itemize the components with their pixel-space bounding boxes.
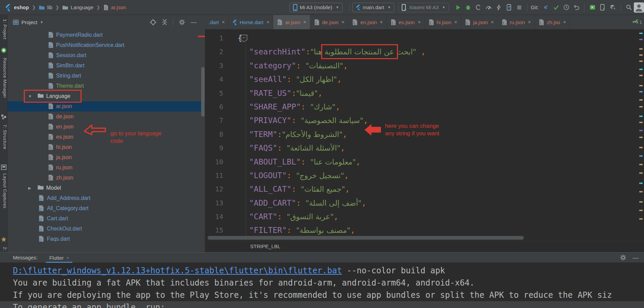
device-selector[interactable]: Mi A3 (mobile) ▼ xyxy=(290,3,343,12)
close-icon[interactable]: × xyxy=(491,19,494,25)
editor-tab-Home-dart[interactable]: Home.dart× xyxy=(229,15,273,29)
editor-tab-en-json[interactable]: {..}en.json× xyxy=(348,15,387,29)
inspection-mark[interactable] xyxy=(639,130,643,131)
debug-button[interactable] xyxy=(463,3,473,12)
tree-item-String-dart[interactable]: String.dart xyxy=(7,71,205,81)
inspection-mark[interactable] xyxy=(639,116,643,117)
code-line-5[interactable]: 5"RATE_US":"قيمنا", xyxy=(205,86,644,100)
tree-item-PaymentRadio-dart[interactable]: PaymentRadio.dart xyxy=(7,30,205,40)
settings-gear-icon[interactable] xyxy=(620,254,626,261)
run-config-selector[interactable]: main.dart ▼ xyxy=(352,3,394,12)
rollback-button[interactable] xyxy=(571,3,581,12)
inspection-mark[interactable] xyxy=(639,201,643,203)
inspection-mark[interactable] xyxy=(639,39,643,40)
inspection-mark[interactable] xyxy=(639,137,643,138)
close-icon[interactable]: × xyxy=(222,19,225,25)
code-line-4[interactable]: 4"seeAll": "اظهار الكل", xyxy=(205,72,644,86)
android-studio-icon[interactable] xyxy=(1,48,6,53)
git-commit-button[interactable] xyxy=(551,3,561,12)
tab-flutter[interactable]: Flutter × xyxy=(46,253,72,263)
close-icon[interactable]: × xyxy=(303,19,306,25)
chevron-collapsed-icon[interactable]: ▶ xyxy=(28,186,31,190)
inspection-mark[interactable] xyxy=(639,99,643,101)
inspection-mark[interactable] xyxy=(639,191,643,192)
tree-item-ar-json[interactable]: {..}ar.json xyxy=(7,101,205,112)
inspection-mark[interactable] xyxy=(639,218,643,220)
close-icon[interactable]: × xyxy=(67,255,69,260)
code-line-14[interactable]: 14"CART": "عربة التسوق", xyxy=(205,210,644,223)
build-variants-icon[interactable] xyxy=(1,114,6,120)
history-button[interactable] xyxy=(561,3,571,12)
tool-tab-structure[interactable]: 7: Structure xyxy=(0,124,7,149)
editor-tab-ar-json[interactable]: {..}ar.json× xyxy=(273,15,310,29)
layout-captures-icon[interactable] xyxy=(1,165,6,170)
tree-item-Session-dart[interactable]: Session.dart xyxy=(7,50,205,61)
settings-gear-icon[interactable] xyxy=(179,19,185,25)
profile-avatar[interactable] xyxy=(634,3,644,12)
tree-item-Cart-dart[interactable]: Cart.dart xyxy=(7,213,205,224)
hide-panel-button[interactable]: — xyxy=(632,254,639,261)
run-button[interactable] xyxy=(453,3,463,12)
inspection-mark[interactable] xyxy=(639,75,643,76)
inspection-mark[interactable] xyxy=(639,155,643,157)
editor-tab--dart[interactable]: .dart× xyxy=(205,15,229,29)
tree-item-de-json[interactable]: {..}de.json xyxy=(7,112,205,122)
close-icon[interactable]: × xyxy=(380,19,383,25)
editor-tab-ru-json[interactable]: {..}ru.json× xyxy=(498,15,535,29)
avd-selector[interactable]: Xiaomi Mi A3 ▼ xyxy=(398,3,449,12)
search-everywhere-button[interactable] xyxy=(624,3,634,12)
horizontal-scrollbar[interactable] xyxy=(208,236,524,240)
code-line-15[interactable]: 15"FILTER": "مصنف بواسطة", xyxy=(205,223,644,237)
inspection-mark[interactable] xyxy=(639,183,643,184)
tree-item-Faqs-dart[interactable]: Faqs.dart xyxy=(7,234,205,244)
collapse-all-button[interactable] xyxy=(162,19,168,25)
devtools-button[interactable] xyxy=(484,3,494,12)
tree-item-hi-json[interactable]: {..}hi.json xyxy=(7,142,205,152)
tree-item-PushNotificationService-dart[interactable]: PushNotificationService.dart xyxy=(7,40,205,50)
code-line-9[interactable]: 9"FAQS": "الأسئلة الشائعة", xyxy=(205,141,644,155)
close-icon[interactable]: × xyxy=(528,19,531,25)
console-file-link[interactable]: D:\flutter_windows_v1.12.13+hotfix.5-sta… xyxy=(13,266,342,275)
inspection-mark[interactable] xyxy=(639,54,643,56)
breadcrumb-file[interactable]: ar.json xyxy=(111,4,126,10)
inspection-mark[interactable] xyxy=(639,164,643,165)
breadcrumb-project[interactable]: eshop xyxy=(14,4,29,10)
tool-tab-layout-captures[interactable]: Layout Captures xyxy=(0,173,7,208)
sdk-manager-button[interactable] xyxy=(608,3,618,12)
tree-item-All_Category-dart[interactable]: All_Category.dart xyxy=(7,203,205,213)
close-icon[interactable]: × xyxy=(418,19,420,25)
profiler-button[interactable] xyxy=(473,3,484,12)
code-line-6[interactable]: 6"SHARE_APP": "شارك", xyxy=(205,100,644,114)
inspection-mark[interactable] xyxy=(639,48,643,50)
code-line-11[interactable]: 11"LOGOUT": "تسجيل خروج", xyxy=(205,169,644,182)
code-area[interactable]: 1{2"searchHint":"ابحث عن المنتجات المطلو… xyxy=(205,31,644,252)
editor-tab-hi-json[interactable]: {..}hi.json× xyxy=(425,15,462,29)
inspection-mark[interactable] xyxy=(639,147,643,148)
inspection-mark[interactable] xyxy=(639,91,643,92)
close-icon[interactable]: × xyxy=(266,19,269,25)
tree-item-ru-json[interactable]: {..}ru.json xyxy=(7,162,205,173)
code-line-1[interactable]: 1{ xyxy=(205,31,644,45)
attach-debugger-button[interactable] xyxy=(504,3,514,12)
hide-panel-button[interactable]: — xyxy=(191,19,197,26)
device-manager-button[interactable] xyxy=(597,3,608,12)
close-icon[interactable]: × xyxy=(454,19,457,25)
breadcrumb-lib[interactable]: lib xyxy=(47,4,52,10)
inspection-mark[interactable] xyxy=(639,61,643,62)
tree-item-Model[interactable]: ▶Model xyxy=(7,183,205,193)
inspection-mark[interactable] xyxy=(639,172,643,174)
tree-item-CheckOut-dart[interactable]: CheckOut.dart xyxy=(7,224,205,234)
inspection-mark[interactable] xyxy=(639,85,643,86)
stop-button[interactable] xyxy=(514,3,524,12)
tool-tab-project[interactable]: 1: Project xyxy=(0,19,7,39)
locate-file-button[interactable] xyxy=(150,19,156,25)
code-line-3[interactable]: 3"category": "التصنيفات", xyxy=(205,59,644,72)
tool-tab-resource-manager[interactable]: Resource Manager xyxy=(0,58,7,98)
git-update-button[interactable] xyxy=(541,3,551,12)
project-scrollbar[interactable] xyxy=(201,67,205,117)
editor-tab-de-json[interactable]: {..}de.json× xyxy=(310,15,349,29)
close-icon[interactable]: × xyxy=(563,19,566,25)
editor-tab-es-json[interactable]: {..}es.json× xyxy=(387,15,425,29)
editor-tab-ja-json[interactable]: {..}ja.json× xyxy=(461,15,498,29)
inspections-ok-icon[interactable]: ✔ xyxy=(634,18,639,25)
